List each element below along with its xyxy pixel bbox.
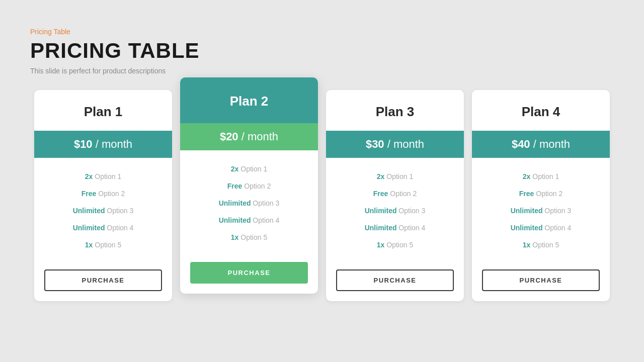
pricing-card-plan1: Plan 1$10 / month2x Option 1Free Option …: [34, 90, 172, 301]
feature-row-plan1-1: Free Option 2: [44, 185, 162, 202]
feature-row-plan4-1: Free Option 2: [482, 185, 600, 202]
feature-row-plan4-4: 1x Option 5: [482, 236, 600, 253]
feature-highlight-plan4-1: Free: [519, 190, 534, 198]
price-amount-plan2: $20: [220, 130, 238, 143]
feature-highlight-plan1-0: 2x: [85, 172, 93, 180]
card-header-plan4: Plan 4: [472, 90, 610, 131]
feature-row-plan1-2: Unlimited Option 3: [44, 202, 162, 219]
feature-row-plan4-3: Unlimited Option 4: [482, 219, 600, 236]
feature-highlight-plan1-1: Free: [82, 190, 97, 198]
plan-name-plan2: Plan 2: [190, 94, 308, 109]
feature-row-plan4-2: Unlimited Option 3: [482, 202, 600, 219]
feature-row-plan3-3: Unlimited Option 4: [336, 219, 454, 236]
card-header-plan3: Plan 3: [326, 90, 464, 131]
feature-row-plan2-0: 2x Option 1: [190, 160, 308, 177]
price-amount-plan1: $10: [74, 138, 93, 150]
price-bar-plan1: $10 / month: [34, 131, 172, 158]
feature-label-plan2-4: Option 5: [240, 233, 267, 241]
feature-row-plan2-2: Unlimited Option 3: [190, 195, 308, 212]
feature-highlight-plan3-4: 1x: [377, 241, 385, 249]
price-amount-plan3: $30: [366, 138, 384, 150]
price-bar-plan4: $40 / month: [472, 131, 610, 158]
feature-row-plan1-4: 1x Option 5: [44, 236, 162, 253]
feature-row-plan1-0: 2x Option 1: [44, 168, 162, 185]
feature-label-plan1-4: Option 5: [95, 241, 121, 249]
card-body-plan4: 2x Option 1Free Option 2Unlimited Option…: [472, 158, 610, 265]
purchase-button-plan3[interactable]: PURCHASE: [336, 269, 454, 291]
feature-row-plan2-4: 1x Option 5: [190, 229, 308, 246]
header-title: PRICING TABLE: [30, 39, 614, 63]
feature-row-plan1-3: Unlimited Option 4: [44, 219, 162, 236]
feature-highlight-plan4-4: 1x: [523, 241, 531, 249]
plan-name-plan3: Plan 3: [336, 104, 454, 120]
card-header-plan1: Plan 1: [34, 90, 172, 131]
feature-highlight-plan3-1: Free: [373, 190, 388, 198]
feature-highlight-plan2-1: Free: [227, 182, 243, 190]
feature-label-plan4-4: Option 5: [532, 241, 559, 249]
feature-highlight-plan2-4: 1x: [231, 233, 239, 241]
feature-highlight-plan2-2: Unlimited: [219, 199, 251, 207]
feature-highlight-plan3-3: Unlimited: [365, 224, 397, 232]
feature-label-plan2-3: Option 4: [253, 216, 279, 224]
feature-label-plan2-1: Option 2: [244, 182, 271, 190]
feature-highlight-plan4-2: Unlimited: [511, 207, 543, 215]
feature-row-plan4-0: 2x Option 1: [482, 168, 600, 185]
feature-row-plan2-1: Free Option 2: [190, 177, 308, 195]
feature-label-plan2-2: Option 3: [253, 199, 279, 207]
feature-label-plan4-3: Option 4: [544, 224, 571, 232]
feature-highlight-plan2-3: Unlimited: [219, 216, 251, 224]
feature-label-plan1-1: Option 2: [98, 190, 125, 198]
feature-highlight-plan4-3: Unlimited: [511, 224, 543, 232]
feature-label-plan4-2: Option 3: [544, 207, 571, 215]
feature-row-plan3-0: 2x Option 1: [336, 168, 454, 185]
header-description: This slide is perfect for product descri…: [30, 67, 614, 75]
feature-row-plan3-2: Unlimited Option 3: [336, 202, 454, 219]
feature-highlight-plan2-0: 2x: [231, 165, 239, 173]
pricing-card-plan3: Plan 3$30 / month2x Option 1Free Option …: [326, 90, 464, 301]
plan-name-plan4: Plan 4: [482, 104, 600, 120]
feature-label-plan4-0: Option 1: [532, 172, 559, 180]
plan-name-plan1: Plan 1: [44, 104, 162, 120]
card-body-plan2: 2x Option 1Free Option 2Unlimited Option…: [180, 150, 318, 258]
feature-row-plan3-1: Free Option 2: [336, 185, 454, 202]
header: Pricing Table PRICING TABLE This slide i…: [30, 28, 614, 75]
pricing-card-plan2: Plan 2$20 / month2x Option 1Free Option …: [180, 77, 318, 294]
card-header-plan2: Plan 2: [180, 77, 318, 123]
feature-row-plan3-4: 1x Option 5: [336, 236, 454, 253]
pricing-card-plan4: Plan 4$40 / month2x Option 1Free Option …: [472, 90, 610, 301]
feature-label-plan1-2: Option 3: [107, 207, 133, 215]
price-bar-plan3: $30 / month: [326, 131, 464, 158]
feature-label-plan4-1: Option 2: [536, 190, 562, 198]
feature-label-plan3-2: Option 3: [398, 207, 425, 215]
price-bar-plan2: $20 / month: [180, 123, 318, 150]
feature-label-plan2-0: Option 1: [240, 165, 267, 173]
page: Pricing Table PRICING TABLE This slide i…: [0, 0, 644, 362]
purchase-button-plan4[interactable]: PURCHASE: [482, 269, 600, 291]
feature-highlight-plan1-3: Unlimited: [73, 224, 105, 232]
feature-label-plan3-1: Option 2: [390, 190, 417, 198]
feature-label-plan3-0: Option 1: [386, 172, 413, 180]
header-subtitle: Pricing Table: [30, 28, 614, 36]
feature-label-plan3-4: Option 5: [386, 241, 413, 249]
feature-highlight-plan3-2: Unlimited: [365, 207, 397, 215]
feature-label-plan1-0: Option 1: [95, 172, 121, 180]
feature-highlight-plan1-2: Unlimited: [73, 207, 105, 215]
feature-row-plan2-3: Unlimited Option 4: [190, 212, 308, 229]
card-body-plan3: 2x Option 1Free Option 2Unlimited Option…: [326, 158, 464, 265]
feature-label-plan1-3: Option 4: [107, 224, 133, 232]
feature-highlight-plan3-0: 2x: [377, 172, 385, 180]
pricing-cards: Plan 1$10 / month2x Option 1Free Option …: [30, 90, 614, 301]
feature-highlight-plan4-0: 2x: [523, 172, 531, 180]
feature-label-plan3-3: Option 4: [398, 224, 425, 232]
card-body-plan1: 2x Option 1Free Option 2Unlimited Option…: [34, 158, 172, 265]
purchase-button-plan1[interactable]: PURCHASE: [44, 269, 162, 291]
feature-highlight-plan1-4: 1x: [85, 241, 93, 249]
purchase-button-plan2[interactable]: PURCHASE: [190, 262, 308, 284]
price-amount-plan4: $40: [512, 138, 530, 150]
